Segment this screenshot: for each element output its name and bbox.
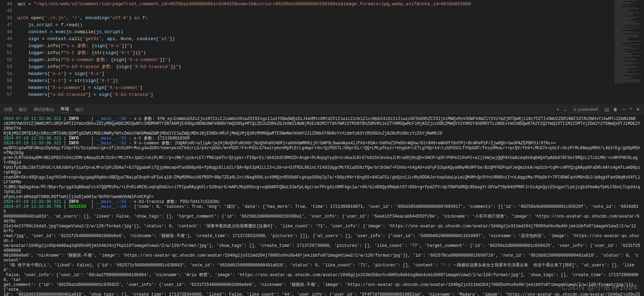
split-terminal-icon[interactable]: ▯▯ [604, 107, 609, 112]
log-line: zN2M5YWU3Y2ZjNWNlMTc3M2FkMTI2YmUxODkxZDI… [3, 121, 641, 131]
log-line: get_comment': {'id': '66256a1d000000001c… [3, 282, 641, 292]
log-line: znanSM+Skc49QtqgcIagYH2nR+cnpn4gzgag89qA… [3, 175, 641, 185]
tab-terminal[interactable]: 终端 [61, 106, 69, 113]
log-line: 2024-07-19 11:33:30.796 | SUCCESS | __ma… [3, 204, 641, 214]
log-line: om/avatar/1040g2jo30p4m80aq3q005n89jm1h4… [3, 243, 641, 253]
more-icon[interactable]: ⋯ [622, 107, 626, 112]
tab-ports[interactable]: 端口 [75, 107, 84, 113]
log-line: 2024-07-19 11:33:30.321 | INFO | __main_… [3, 199, 641, 204]
log-line: 7LBMS/9pDqg4na/PF/Bbp+fp/qg43qB8wqFzc47Q… [3, 185, 641, 195]
maximize-icon[interactable]: ^ [630, 107, 632, 112]
log-line: afpnLo4raM4dq9T8N9L9GfYwHjIj2eDjw0HIw/Gh… [3, 195, 641, 199]
log-line: NjBjMGI3MTBlNjc5MzczMTU4NzQ0MTg0ZWVlMGEx… [3, 131, 641, 136]
log-line: 2024-07-19 11:33:30.321 | INFO | __main_… [3, 141, 641, 146]
minimap[interactable] [613, 0, 644, 105]
panel-tabs: 问题 输出 调试控制台 终端 端口 + ⌄ ⧉ powershell ▯▯ 🗑 … [0, 105, 644, 114]
tab-problems[interactable]: 问题 [4, 107, 13, 113]
code-content[interactable]: api = "/api/sns/web/v2/comment/sub/page?… [17, 0, 644, 105]
tab-debug-console[interactable]: 调试控制台 [33, 107, 54, 113]
terminal-output[interactable]: 2024-07-19 11:33:30.321 | INFO | __main_… [0, 114, 644, 296]
log-line: False, 'user_info': {'user_id': '60cda2f… [3, 273, 641, 282]
line-gutter: 4445464748495051525354555657 [0, 0, 17, 105]
log-line: 0000000000401a018', 'at_users': [], 'lik… [3, 214, 641, 224]
log-line: 21e14e13790c24da5.jpg?imageView2/2/w/120… [3, 224, 641, 234]
log-line: 2024-07-19 11:33:30.321 | INFO | __main_… [3, 136, 641, 141]
close-panel-icon[interactable]: ✕ [636, 107, 640, 112]
log-line: 001000e6e6', 'nickname': '丽丽崽-不瘦', 'imag… [3, 253, 641, 263]
log-line: p/m+JLM7nS4ayDMr8Bl8PDS7nS4z2DMryAbwyDLM… [3, 155, 641, 165]
chevron-down-icon[interactable]: ⌄ [563, 107, 567, 112]
log-line: rmat/jpg', 'user_id': '6231f254000000001… [3, 234, 641, 243]
code-editor[interactable]: 4445464748495051525354555657 api = "/api… [0, 0, 644, 105]
log-line: wyDFUzgkwPDFUNnpzDybSgLfl0prFU/Szsybko/g… [3, 146, 641, 155]
trash-icon[interactable]: 🗑 [613, 107, 618, 112]
powershell-icon: ⧉ [573, 107, 576, 112]
tab-output[interactable]: 输出 [19, 107, 27, 113]
new-terminal-icon[interactable]: + [557, 107, 559, 112]
shell-label: powershell [578, 107, 598, 112]
log-line: id': '6618d8150000000000401a018', 'show_… [3, 292, 641, 296]
log-line: : '哇 终于有个明白人', 'liked': False}, {'id': '… [3, 263, 641, 273]
shell-dropdown[interactable]: ⧉ powershell [571, 106, 600, 113]
log-line: 2024-07-19 11:33:30.321 | INFO | __main_… [3, 116, 641, 121]
log-line: FpUzfpS2BcI8nT1GFbC/L88JdbFyrSiafprwLMra… [3, 165, 641, 175]
